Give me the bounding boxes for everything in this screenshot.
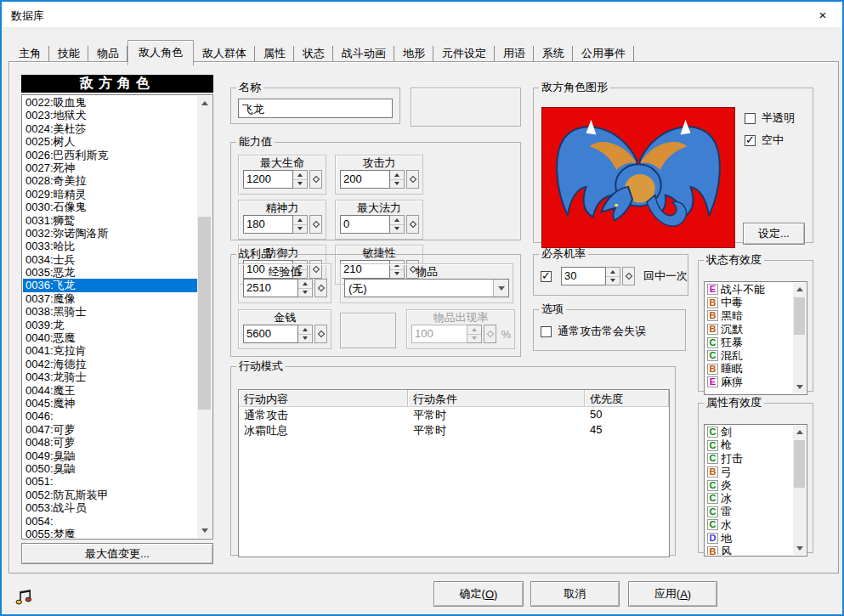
diamond-icon[interactable] xyxy=(314,325,327,343)
tab-item-5[interactable]: 属性 xyxy=(255,43,294,65)
enemy-list-scrollbar[interactable] xyxy=(197,96,212,538)
enemy-list-item[interactable]: 0038:黑骑士 xyxy=(23,305,197,318)
enemy-list-item[interactable]: 0028:奇美拉 xyxy=(23,174,197,187)
spin-up-icon[interactable] xyxy=(390,216,404,224)
translucent-option[interactable]: 半透明 xyxy=(745,110,795,126)
spin-down-icon[interactable] xyxy=(298,334,312,343)
enemy-list-item[interactable]: 0046: xyxy=(23,410,197,422)
diamond-icon[interactable] xyxy=(309,170,322,189)
spin-up-icon[interactable] xyxy=(293,216,307,224)
enemy-list-item[interactable]: 0039:龙 xyxy=(23,319,197,331)
enemy-list-item[interactable]: 0050:臭鼬 xyxy=(23,462,197,475)
apply-button[interactable]: 应用(A) xyxy=(628,581,717,607)
enemy-list-item[interactable]: 0032:弥诺陶洛斯 xyxy=(23,227,197,240)
spin-down-icon[interactable] xyxy=(390,179,404,189)
spin-up-icon[interactable] xyxy=(606,268,620,276)
enemy-list-item[interactable]: 0036:飞龙 xyxy=(23,279,197,291)
enemy-list-item[interactable]: 0037:魔像 xyxy=(23,292,197,305)
enemy-list-item[interactable]: 0029:暗精灵 xyxy=(23,188,197,201)
enemy-list-item[interactable]: 0055:梦魔 xyxy=(23,528,197,538)
effectiveness-item[interactable]: C狂暴 xyxy=(705,336,793,349)
effectiveness-item[interactable]: C打击 xyxy=(705,452,793,466)
effectiveness-item[interactable]: E麻痹 xyxy=(705,376,793,389)
enemy-list-item[interactable]: 0023:地狱犬 xyxy=(23,109,197,122)
effectiveness-item[interactable]: C冰 xyxy=(705,492,793,506)
spinner-value[interactable]: 200 xyxy=(340,170,390,189)
tab-item-10[interactable]: 用语 xyxy=(495,43,534,65)
behavior-table[interactable]: 行动内容行动条件优先度 通常攻击平常时50冰霜吐息平常时45 xyxy=(238,389,670,557)
scroll-thumb[interactable] xyxy=(198,217,211,410)
spin-up-icon[interactable] xyxy=(298,325,312,334)
name-input[interactable]: 飞龙 xyxy=(238,99,393,118)
spin-down-icon[interactable] xyxy=(293,179,307,189)
set-graphic-button[interactable]: 设定... xyxy=(743,223,805,245)
scroll-up-icon[interactable] xyxy=(197,96,212,110)
tab-item-0[interactable]: 主角 xyxy=(10,43,49,65)
enemy-list-item[interactable]: 0043:龙骑士 xyxy=(23,370,197,383)
behavior-col-header[interactable]: 行动条件 xyxy=(408,390,585,406)
effectiveness-item[interactable]: C剑 xyxy=(705,426,793,439)
enemy-list-item[interactable]: 0031:狮鹫 xyxy=(23,214,197,227)
enemy-list-item[interactable]: 0022:吸血鬼 xyxy=(23,96,197,109)
item-dropdown[interactable]: (无) xyxy=(344,279,509,297)
scroll-down-icon[interactable] xyxy=(793,542,806,555)
spin-down-icon[interactable] xyxy=(293,224,307,234)
spinner-value[interactable]: 30 xyxy=(561,267,606,285)
tab-item-9[interactable]: 元件设定 xyxy=(433,43,495,65)
effectiveness-item[interactable]: C枪 xyxy=(705,439,793,453)
enemy-list-item[interactable]: 0054: xyxy=(23,515,197,528)
enemy-list-item[interactable]: 0051: xyxy=(23,475,197,488)
spin-down-icon[interactable] xyxy=(390,224,404,234)
enemy-list-item[interactable]: 0052:防瓦斯装甲 xyxy=(23,489,197,501)
spinner-value[interactable]: 1200 xyxy=(243,170,293,189)
close-icon[interactable]: × xyxy=(803,2,842,27)
miss-checkbox[interactable] xyxy=(541,326,552,337)
behavior-col-header[interactable]: 行动内容 xyxy=(239,390,408,406)
enemy-list-item[interactable]: 0027:死神 xyxy=(23,161,197,174)
effectiveness-item[interactable]: E战斗不能 xyxy=(705,283,793,297)
airborne-checkbox[interactable] xyxy=(745,135,756,146)
spinner-value[interactable]: 5600 xyxy=(243,325,298,343)
tab-item-7[interactable]: 战斗动画 xyxy=(333,43,394,65)
tab-item-1[interactable]: 技能 xyxy=(49,43,88,65)
enemy-list-item[interactable]: 0048:可萝 xyxy=(23,436,197,449)
effectiveness-item[interactable]: B中毒 xyxy=(705,297,793,310)
diamond-icon[interactable] xyxy=(309,215,322,234)
effectiveness-item[interactable]: B沉默 xyxy=(705,323,793,336)
airborne-option[interactable]: 空中 xyxy=(745,133,784,148)
behavior-row[interactable]: 冰霜吐息平常时45 xyxy=(239,422,669,438)
effectiveness-item[interactable]: C炎 xyxy=(705,478,793,492)
tab-item-6[interactable]: 状态 xyxy=(294,43,333,65)
enemy-list-item[interactable]: 0047:可萝 xyxy=(23,423,197,436)
tab-item-8[interactable]: 地形 xyxy=(394,43,433,65)
enemy-list-item[interactable]: 0053:战斗员 xyxy=(23,501,197,514)
spin-up-icon[interactable] xyxy=(390,171,404,179)
enemy-list-item[interactable]: 0045:魔神 xyxy=(23,397,197,410)
state-eff-scrollbar[interactable] xyxy=(793,283,806,393)
tab-item-4[interactable]: 敌人群体 xyxy=(194,43,255,65)
enemy-list-item[interactable]: 0034:士兵 xyxy=(23,253,197,266)
spin-down-icon[interactable] xyxy=(606,276,620,285)
crit-checkbox[interactable] xyxy=(541,271,552,282)
tab-item-11[interactable]: 系统 xyxy=(534,43,573,65)
effectiveness-item[interactable]: B弓 xyxy=(705,466,793,479)
enemy-list-item[interactable]: 0024:美杜莎 xyxy=(23,122,197,135)
translucent-checkbox[interactable] xyxy=(745,113,756,124)
enemy-list-item[interactable]: 0030:石像鬼 xyxy=(23,201,197,213)
enemy-list-item[interactable]: 0033:哈比 xyxy=(23,240,197,252)
spin-down-icon[interactable] xyxy=(298,288,312,297)
diamond-icon[interactable] xyxy=(406,215,419,234)
scroll-up-icon[interactable] xyxy=(793,426,806,438)
effectiveness-item[interactable]: B黑暗 xyxy=(705,309,793,323)
enemy-list-item[interactable]: 0044:魔王 xyxy=(23,384,197,397)
scroll-down-icon[interactable] xyxy=(197,523,212,538)
effectiveness-item[interactable]: B风 xyxy=(705,545,793,555)
effectiveness-item[interactable]: C混乱 xyxy=(705,349,793,363)
effectiveness-item[interactable]: B睡眠 xyxy=(705,363,793,376)
diamond-icon[interactable] xyxy=(622,267,635,285)
spinner-value[interactable]: 180 xyxy=(243,215,293,234)
chevron-down-icon[interactable] xyxy=(493,280,508,297)
spin-up-icon[interactable] xyxy=(293,171,307,179)
enemy-list-item[interactable]: 0040:恶魔 xyxy=(23,331,197,344)
behavior-row[interactable]: 通常攻击平常时50 xyxy=(239,407,669,422)
